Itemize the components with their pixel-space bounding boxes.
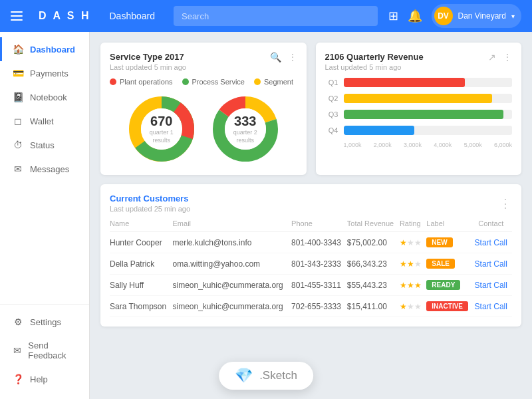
sidebar-item-help[interactable]: ❓ Help bbox=[0, 367, 89, 391]
sidebar-label-status: Status bbox=[30, 140, 55, 150]
star-icon: ★ bbox=[414, 281, 422, 290]
table-header-row: Name Email Phone Total Revenue Rating La… bbox=[110, 215, 512, 232]
messages-icon: ✉ bbox=[13, 164, 23, 174]
dashboard-icon: 🏠 bbox=[13, 44, 23, 55]
cell-name: Hunter Cooper bbox=[110, 232, 173, 253]
table-row: Hunter Cooper merle.kulch@tons.info 801-… bbox=[110, 232, 512, 253]
cell-label: READY bbox=[426, 275, 473, 296]
start-call-button[interactable]: Start Call bbox=[475, 302, 507, 311]
star-icon: ★ bbox=[414, 238, 422, 247]
cell-contact[interactable]: Start Call bbox=[474, 253, 512, 275]
table-row: Sara Thompson simeon_kuhic@cummerata.org… bbox=[110, 296, 512, 317]
legend-label-process: Process Service bbox=[192, 78, 245, 86]
bar-label-q4: Q4 bbox=[325, 126, 338, 134]
bar-row-q1: Q1 bbox=[325, 78, 513, 87]
col-header-label: Label bbox=[426, 215, 473, 232]
cell-revenue: $55,443.23 bbox=[347, 275, 400, 296]
sidebar-item-notebook[interactable]: 📓 Notebook bbox=[0, 85, 89, 109]
donut-1-value: 670 bbox=[143, 114, 180, 129]
payments-icon: 💳 bbox=[13, 68, 23, 78]
cell-contact[interactable]: Start Call bbox=[474, 275, 512, 296]
more-options-icon[interactable]: ⋮ bbox=[503, 52, 512, 63]
donut-2-sublabel: quarter 2 results bbox=[227, 129, 263, 144]
hamburger-menu[interactable] bbox=[11, 11, 23, 21]
external-link-icon[interactable]: ↗ bbox=[488, 52, 496, 63]
bar-label-q1: Q1 bbox=[325, 78, 338, 86]
brand-logo: D A S H bbox=[39, 10, 90, 22]
bar-row-q4: Q4 bbox=[325, 126, 513, 135]
help-icon: ❓ bbox=[13, 374, 23, 384]
revenue-card-title: 2106 Quarterly Revenue bbox=[325, 52, 424, 62]
search-icon[interactable]: 🔍 bbox=[270, 52, 281, 63]
status-badge: SALE bbox=[426, 259, 455, 269]
donut-chart-1: 670 quarter 1 results bbox=[125, 92, 198, 166]
service-card-header: Service Type 2017 Last updated 5 min ago… bbox=[110, 52, 297, 71]
donut-1-label: 670 quarter 1 results bbox=[143, 114, 180, 144]
start-call-button[interactable]: Start Call bbox=[475, 238, 507, 247]
star-icon: ★ bbox=[414, 302, 422, 311]
customers-card-title: Current Customers bbox=[110, 194, 190, 203]
star-icon: ★ bbox=[400, 259, 407, 269]
star-icon: ★ bbox=[407, 281, 414, 290]
start-call-button[interactable]: Start Call bbox=[475, 259, 507, 269]
sidebar-item-wallet[interactable]: ◻ Wallet bbox=[0, 109, 89, 133]
legend-dot-process bbox=[182, 78, 189, 85]
cell-rating: ★★★ bbox=[400, 253, 426, 275]
main-layout: 🏠 Dashboard 💳 Payments 📓 Notebook ◻ Wall… bbox=[0, 32, 532, 399]
cell-phone: 801-455-3311 bbox=[291, 275, 347, 296]
cell-contact[interactable]: Start Call bbox=[474, 232, 512, 253]
donut-2-label: 333 quarter 2 results bbox=[227, 114, 263, 144]
sidebar-item-status[interactable]: ⏱ Status bbox=[0, 133, 89, 157]
legend-item-process: Process Service bbox=[182, 78, 245, 86]
cell-contact[interactable]: Start Call bbox=[474, 296, 512, 317]
customers-table-head: Name Email Phone Total Revenue Rating La… bbox=[110, 215, 512, 232]
sidebar-item-payments[interactable]: 💳 Payments bbox=[0, 61, 89, 85]
search-input[interactable] bbox=[174, 6, 378, 26]
user-avatar-menu[interactable]: DV Dan Vineyard ▾ bbox=[432, 4, 522, 28]
star-icon: ★ bbox=[400, 302, 407, 311]
customers-card: Current Customers Last updated 25 min ag… bbox=[100, 184, 521, 327]
bar-label-q2: Q2 bbox=[325, 94, 338, 102]
sketch-badge: 💎 .Sketch bbox=[219, 362, 313, 390]
bar-track-q1 bbox=[344, 78, 513, 87]
service-card-subtitle: Last updated 5 min ago bbox=[110, 63, 186, 71]
start-call-button[interactable]: Start Call bbox=[475, 281, 507, 290]
avatar: DV bbox=[434, 7, 453, 25]
revenue-card-actions: ↗ ⋮ bbox=[488, 52, 512, 63]
notification-icon[interactable]: 🔔 bbox=[408, 9, 422, 23]
bar-row-q2: Q2 bbox=[325, 94, 513, 103]
axis-label-3: 3,000k bbox=[404, 142, 422, 148]
axis-label-4: 4,000k bbox=[434, 142, 452, 148]
customers-card-subtitle: Last updated 25 min ago bbox=[110, 205, 190, 213]
cell-revenue: $66,343.23 bbox=[347, 253, 400, 275]
sidebar-item-feedback[interactable]: ✉ Send Feedback bbox=[0, 334, 89, 367]
more-options-icon[interactable]: ⋮ bbox=[288, 52, 297, 63]
bar-axis: 1,000k 2,000k 3,000k 4,000k 5,000k 6,000… bbox=[344, 142, 513, 148]
nav-icons: ⊞ 🔔 DV Dan Vineyard ▾ bbox=[388, 4, 522, 28]
bar-row-q3: Q3 bbox=[325, 110, 513, 119]
grid-icon[interactable]: ⊞ bbox=[388, 9, 398, 23]
settings-icon: ⚙ bbox=[13, 317, 23, 327]
customers-more-options-icon[interactable]: ⋮ bbox=[499, 196, 512, 211]
service-type-card: Service Type 2017 Last updated 5 min ago… bbox=[100, 43, 307, 175]
sidebar-label-payments: Payments bbox=[30, 68, 68, 78]
star-icon: ★ bbox=[414, 259, 422, 269]
sidebar-label-settings: Settings bbox=[30, 317, 61, 327]
sidebar-item-dashboard[interactable]: 🏠 Dashboard bbox=[0, 37, 89, 61]
feedback-icon: ✉ bbox=[13, 345, 21, 356]
sidebar-item-settings[interactable]: ⚙ Settings bbox=[0, 310, 89, 334]
axis-label-2: 2,000k bbox=[374, 142, 392, 148]
bar-track-q2 bbox=[344, 94, 513, 103]
revenue-card-subtitle: Last updated 5 min ago bbox=[325, 63, 424, 71]
sidebar: 🏠 Dashboard 💳 Payments 📓 Notebook ◻ Wall… bbox=[0, 32, 90, 399]
sidebar-label-wallet: Wallet bbox=[30, 116, 54, 126]
sidebar-item-messages[interactable]: ✉ Messages bbox=[0, 157, 89, 181]
status-badge: INACTIVE bbox=[426, 301, 468, 311]
revenue-card-header: 2106 Quarterly Revenue Last updated 5 mi… bbox=[325, 52, 513, 71]
star-icon: ★ bbox=[400, 281, 407, 290]
top-nav: D A S H Dashboard ⊞ 🔔 DV Dan Vineyard ▾ bbox=[0, 0, 532, 32]
bar-fill-q3 bbox=[344, 110, 504, 119]
legend-dot-segment bbox=[254, 78, 261, 85]
nav-title: Dashboard bbox=[109, 11, 155, 21]
star-icon: ★ bbox=[407, 302, 414, 311]
